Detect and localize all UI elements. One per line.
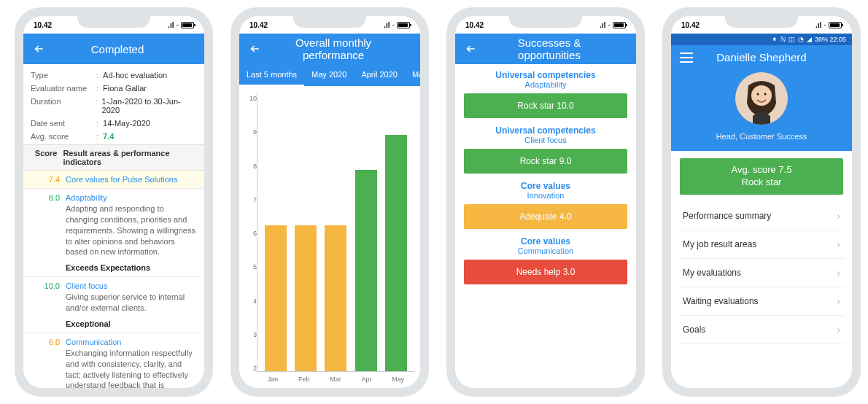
bluetooth-icon: ⁕ (772, 36, 778, 43)
menu-item-my-evaluations[interactable]: My evaluations› (678, 259, 845, 287)
avatar[interactable] (735, 72, 788, 125)
result-score: 10.0 (31, 281, 60, 328)
result-row[interactable]: 10.0Client focusGiving superior service … (23, 277, 204, 333)
status-time: 10.42 (249, 21, 268, 29)
chevron-right-icon: › (837, 267, 840, 279)
svg-point-1 (751, 85, 772, 106)
menu-item-goals[interactable]: Goals› (678, 316, 845, 344)
bar-may[interactable] (385, 135, 407, 371)
result-title[interactable]: Client focus (66, 281, 107, 290)
phone-notch (509, 13, 582, 28)
menu-label: My evaluations (683, 268, 741, 278)
opportunity-category: Universal competencies (464, 70, 627, 80)
opportunity-block: Core values Communication Needs help 3.0 (464, 236, 627, 284)
page-title: Overall monthly performance (270, 36, 397, 61)
menu-button[interactable] (680, 53, 693, 63)
back-button[interactable] (248, 42, 263, 56)
wifi-icon: ◔ (798, 36, 804, 43)
bar-feb[interactable] (295, 225, 317, 371)
back-button[interactable] (464, 42, 478, 56)
profile-header: Danielle Shepherd Head, Customer Success (671, 45, 852, 151)
avg-score-rating: Rock star (686, 176, 837, 189)
tab-last-5-months[interactable]: Last 5 months (239, 64, 304, 86)
screen-profile: 10.42 .ıl ◦ ⁕ ℕ ◫ ◔ ◢ 38% 22:05 Danielle… (671, 16, 852, 388)
signal-icon: .ıl (168, 21, 174, 29)
bar-apr[interactable] (355, 170, 377, 371)
opportunity-score-chip[interactable]: Rock star 9.0 (464, 149, 627, 174)
detail-row: Type:Ad-hoc evaluation (31, 69, 197, 82)
chart-y-axis: 1098765432 (242, 93, 257, 385)
opportunity-score-chip[interactable]: Rock star 10.0 (464, 93, 627, 118)
results-list[interactable]: 7.4Core values for Pulse Solutions8.0Ada… (23, 171, 204, 388)
menu-label: Performance summary (683, 211, 771, 221)
chart-plot-area: JanFebMarAprMay (257, 93, 414, 372)
tab-april-2020[interactable]: April 2020 (354, 64, 405, 86)
result-row[interactable]: 7.4Core values for Pulse Solutions (23, 171, 204, 189)
phone-mockup-1: 10.42 .ıl ◦ Completed Type:Ad-hoc evalua… (15, 7, 213, 397)
results-section-header: Score Result areas & performance indicat… (23, 144, 204, 171)
result-title[interactable]: Adaptability (66, 193, 107, 202)
x-tick: May (392, 376, 404, 383)
x-tick: Apr (361, 376, 371, 383)
screen-performance-chart: 10.42 .ıl ◦ Overall monthly performance … (239, 16, 420, 388)
page-title: Completed (54, 43, 181, 55)
chevron-right-icon: › (837, 295, 840, 307)
chevron-right-icon: › (837, 324, 840, 335)
wifi-icon: ◦ (176, 21, 179, 29)
avg-score-value: Avg. score 7.5 (686, 164, 837, 176)
bar-jan[interactable] (265, 225, 287, 371)
menu-item-performance-summary[interactable]: Performance summary› (678, 202, 845, 230)
x-tick: Mar (330, 376, 341, 383)
detail-label: Avg. score (31, 132, 96, 141)
evaluation-details: Type:Ad-hoc evaluationEvaluator name:Fio… (23, 64, 204, 144)
detail-row: Avg. score:7.4 (31, 130, 197, 143)
opportunity-score-chip[interactable]: Needs help 3.0 (464, 260, 627, 284)
result-title[interactable]: Communication (66, 338, 121, 346)
menu-item-my-job-result-areas[interactable]: My job result areas› (678, 230, 845, 259)
bar-chart: 1098765432 JanFebMarAprMay (239, 86, 420, 388)
wifi-icon: ◦ (608, 21, 611, 29)
opportunity-competency[interactable]: Innovation (464, 191, 627, 200)
opportunity-block: Core values Innovation Adequate 4.0 (464, 181, 627, 229)
menu-label: Waiting evaluations (683, 296, 759, 306)
x-tick: Jan (268, 376, 279, 383)
status-time: 10.42 (681, 21, 700, 29)
svg-point-2 (757, 93, 759, 96)
cell-icon: ◢ (807, 36, 812, 43)
result-row[interactable]: 8.0AdaptabilityAdapting and responding t… (23, 189, 204, 277)
menu-item-waiting-evaluations[interactable]: Waiting evaluations› (678, 287, 845, 316)
page-title: Successes & opportunities (486, 36, 613, 61)
opportunity-category: Universal competencies (464, 125, 627, 136)
opportunities-list[interactable]: Universal competencies Adaptability Rock… (455, 64, 636, 388)
screen-successes: 10.42 .ıl ◦ Successes & opportunities Un… (455, 16, 636, 388)
profile-role: Head, Customer Success (671, 132, 852, 141)
chart-x-axis: JanFebMarAprMay (257, 376, 414, 383)
tab-may-2020[interactable]: May 2020 (304, 64, 354, 86)
result-description: Giving superior service to internal and/… (66, 292, 197, 314)
bar-mar[interactable] (325, 225, 346, 371)
x-tick: Feb (298, 376, 310, 383)
result-row[interactable]: 6.0CommunicationExchanging information r… (23, 333, 204, 388)
period-tabs: Last 5 monthsMay 2020April 2020March 2 (239, 64, 420, 86)
back-button[interactable] (32, 42, 47, 56)
menu-label: My job result areas (683, 239, 756, 249)
opportunity-competency[interactable]: Client focus (464, 136, 627, 144)
opportunity-competency[interactable]: Communication (464, 246, 627, 255)
chevron-right-icon: › (837, 210, 840, 222)
phone-notch (77, 13, 150, 28)
phone-mockup-4: 10.42 .ıl ◦ ⁕ ℕ ◫ ◔ ◢ 38% 22:05 Danielle… (662, 7, 861, 397)
nfc-icon: ℕ (780, 36, 786, 43)
detail-label: Duration (31, 97, 95, 114)
result-title[interactable]: Core values for Pulse Solutions (66, 175, 177, 184)
tab-march-2[interactable]: March 2 (405, 64, 420, 86)
detail-label: Type (31, 71, 96, 79)
detail-value: Ad-hoc evaluation (103, 71, 167, 79)
profile-name: Danielle Shepherd (693, 51, 830, 63)
signal-icon: .ıl (600, 21, 605, 29)
phone-mockup-2: 10.42 .ıl ◦ Overall monthly performance … (230, 7, 429, 397)
opportunity-category: Core values (464, 236, 627, 246)
opportunity-score-chip[interactable]: Adequate 4.0 (464, 204, 627, 229)
phone-notch (725, 13, 798, 28)
detail-value: Fiona Gallar (103, 84, 147, 93)
opportunity-competency[interactable]: Adaptability (464, 80, 627, 89)
